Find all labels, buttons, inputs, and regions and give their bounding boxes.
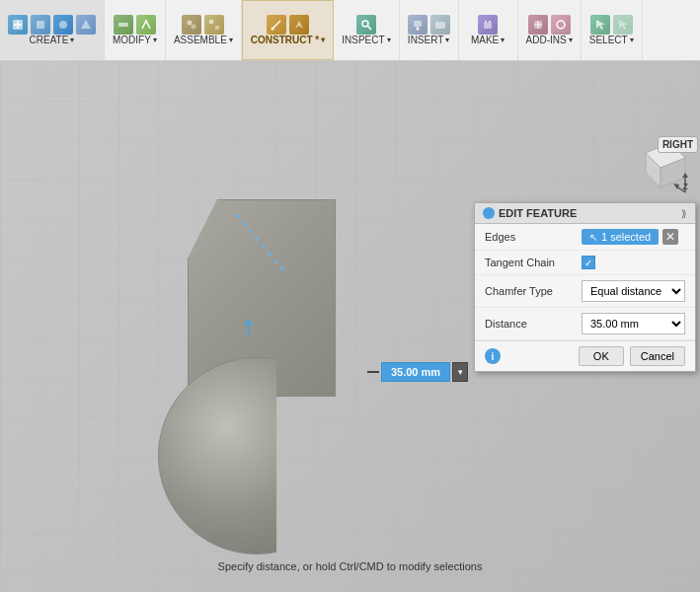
- select-icon-1: [590, 15, 610, 35]
- svg-point-26: [557, 21, 565, 29]
- edges-label: Edges: [485, 231, 574, 243]
- svg-rect-16: [414, 21, 422, 27]
- modify-icon-2: [136, 15, 156, 35]
- construct-icon-1: [267, 15, 286, 35]
- panel-title: EDIT FEATURE: [483, 207, 577, 219]
- toolbar-group-addins[interactable]: ADD-INS▾: [518, 0, 582, 60]
- insert-icon-2: [430, 15, 450, 35]
- svg-marker-5: [81, 20, 91, 29]
- viewport[interactable]: ↗ ▾ RIGHT: [0, 61, 700, 592]
- svg-marker-27: [596, 20, 605, 30]
- insert-icon-1: [408, 15, 428, 35]
- info-icon[interactable]: i: [485, 348, 501, 364]
- toolbar-group-modify[interactable]: MODIFY▾: [105, 0, 166, 60]
- addins-icon-2: [551, 15, 571, 35]
- cursor-icon: ↖: [589, 232, 597, 243]
- svg-point-12: [272, 28, 274, 31]
- svg-point-4: [59, 21, 67, 29]
- toolbar-assemble-label: ASSEMBLE▾: [174, 35, 233, 45]
- svg-rect-9: [209, 20, 213, 24]
- distance-input-container: ▾: [367, 362, 468, 382]
- panel-expand-btn[interactable]: ⟫: [681, 208, 687, 219]
- edges-clear-button[interactable]: ✕: [662, 229, 678, 245]
- toolbar: CREATE▾ MODIFY▾ ASSEMBLE▾: [0, 0, 700, 61]
- select-icon-2: [613, 15, 633, 35]
- toolbar-group-inspect[interactable]: INSPECT▾: [334, 0, 399, 60]
- svg-marker-35: [673, 184, 679, 189]
- tangent-value: [582, 256, 685, 269]
- construct-icon-2: [289, 15, 309, 35]
- toolbar-group-insert[interactable]: INSERT▾: [400, 0, 459, 60]
- addins-icon-1: [528, 15, 548, 35]
- toolbar-create-label: CREATE▾: [30, 35, 75, 45]
- toolbar-construct-label: CONSTRUCT *▾: [251, 35, 325, 45]
- view-cube[interactable]: RIGHT Z: [631, 128, 700, 197]
- tangent-checkbox[interactable]: [582, 256, 595, 269]
- inspect-icon-1: [356, 15, 376, 35]
- edges-count-text: 1 selected: [601, 231, 651, 243]
- svg-marker-13: [295, 21, 303, 29]
- panel-title-text: EDIT FEATURE: [499, 207, 577, 219]
- z-axis-label: Z: [683, 182, 689, 191]
- svg-rect-19: [435, 22, 445, 29]
- edges-value: ↖ 1 selected ✕: [582, 229, 685, 245]
- svg-line-15: [367, 27, 371, 31]
- assemble-icon-1: [182, 15, 201, 35]
- svg-rect-3: [37, 21, 44, 29]
- toolbar-modify-label: MODIFY▾: [113, 35, 157, 45]
- distance-dropdown-arrow[interactable]: ▾: [452, 362, 468, 382]
- svg-rect-6: [118, 23, 128, 27]
- edit-panel-header: EDIT FEATURE ⟫: [475, 203, 695, 224]
- svg-point-7: [188, 21, 193, 26]
- svg-line-11: [272, 21, 280, 29]
- modify-icon-1: [114, 15, 133, 35]
- distance-label: Distance: [485, 318, 574, 330]
- toolbar-group-assemble[interactable]: ASSEMBLE▾: [166, 0, 242, 60]
- svg-rect-10: [215, 26, 219, 30]
- edit-feature-panel: EDIT FEATURE ⟫ Edges ↖ 1 selected ✕ Tang…: [474, 202, 696, 372]
- status-message: Specify distance, or hold Ctrl/CMD to mo…: [218, 560, 483, 572]
- panel-row-chamfer-type: Chamfer Type Equal distance: [475, 275, 695, 308]
- svg-rect-20: [484, 23, 492, 29]
- make-icon-1: [478, 15, 498, 35]
- status-bar: Specify distance, or hold Ctrl/CMD to mo…: [0, 560, 700, 572]
- toolbar-group-construct[interactable]: CONSTRUCT *▾: [242, 0, 334, 60]
- edges-selected-badge[interactable]: ↖ 1 selected: [582, 229, 659, 245]
- dim-line: [367, 371, 379, 373]
- toolbar-addins-label: ADD-INS▾: [526, 35, 573, 45]
- toolbar-make-label: MAKE▾: [471, 35, 505, 45]
- toolbar-inspect-label: INSPECT▾: [342, 35, 390, 45]
- chamfer-type-label: Chamfer Type: [485, 285, 574, 297]
- view-cube-right-label[interactable]: RIGHT: [658, 136, 698, 153]
- create-icon-2: [31, 15, 50, 35]
- chamfer-type-select[interactable]: Equal distance: [582, 280, 685, 302]
- svg-marker-28: [619, 20, 628, 30]
- tangent-label: Tangent Chain: [485, 257, 574, 268]
- assemble-icon-2: [204, 15, 224, 35]
- toolbar-group-make[interactable]: MAKE▾: [459, 0, 518, 60]
- distance-inline-input[interactable]: [381, 362, 450, 382]
- svg-point-8: [192, 25, 196, 30]
- toolbar-group-select[interactable]: SELECT▾: [582, 0, 643, 60]
- svg-point-14: [362, 21, 368, 27]
- panel-icon: [483, 207, 495, 219]
- toolbar-insert-label: INSERT▾: [408, 35, 450, 45]
- chamfer-type-value: Equal distance: [582, 280, 685, 302]
- svg-marker-18: [416, 29, 420, 31]
- distance-select[interactable]: 35.00 mm: [582, 313, 685, 334]
- main-area: ↗ ▾ RIGHT: [0, 61, 700, 592]
- distance-value-container: 35.00 mm: [582, 313, 685, 334]
- panel-row-distance: Distance 35.00 mm: [475, 308, 695, 340]
- 3d-object: ↗: [158, 199, 395, 555]
- ok-button[interactable]: OK: [579, 346, 624, 366]
- svg-marker-33: [682, 173, 688, 178]
- cancel-button[interactable]: Cancel: [630, 346, 685, 366]
- create-icon-4: [76, 15, 96, 35]
- create-icon-3: [53, 15, 73, 35]
- panel-row-edges: Edges ↖ 1 selected ✕: [475, 224, 695, 251]
- toolbar-select-label: SELECT▾: [589, 35, 634, 45]
- toolbar-group-create[interactable]: CREATE▾: [0, 0, 105, 60]
- panel-row-tangent: Tangent Chain: [475, 251, 695, 275]
- panel-buttons: OK Cancel: [579, 346, 685, 366]
- create-icon-1: [8, 15, 28, 35]
